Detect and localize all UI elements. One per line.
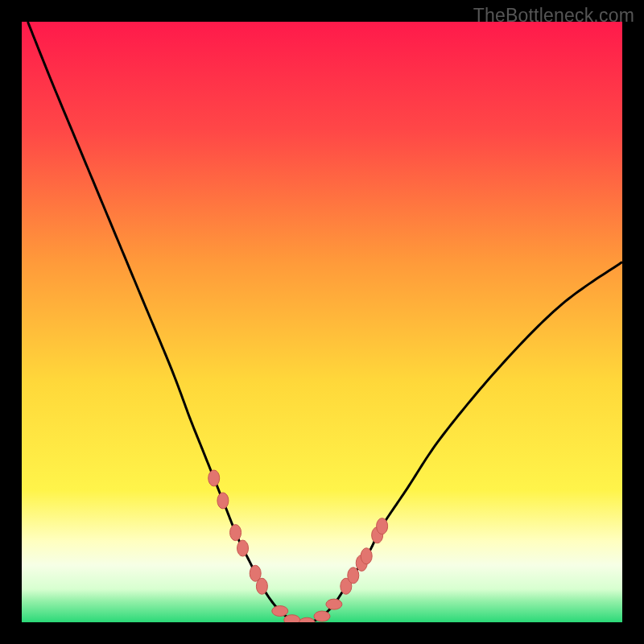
plot-area (22, 22, 622, 622)
bead (256, 578, 267, 594)
bead (208, 470, 220, 486)
bead (230, 525, 242, 541)
bottleneck-curve (27, 22, 622, 622)
bead (272, 606, 288, 617)
bead (314, 611, 330, 621)
bead (348, 568, 359, 584)
curve-layer (22, 22, 622, 622)
bead (299, 617, 315, 622)
bead (377, 518, 388, 535)
bead (361, 548, 372, 564)
bead (237, 540, 249, 556)
watermark: TheBottleneck.com (473, 5, 634, 27)
bead (217, 493, 229, 509)
bead (326, 599, 342, 609)
bead (284, 615, 300, 622)
chart-stage: TheBottleneck.com (0, 0, 644, 644)
beads-group (208, 470, 388, 622)
